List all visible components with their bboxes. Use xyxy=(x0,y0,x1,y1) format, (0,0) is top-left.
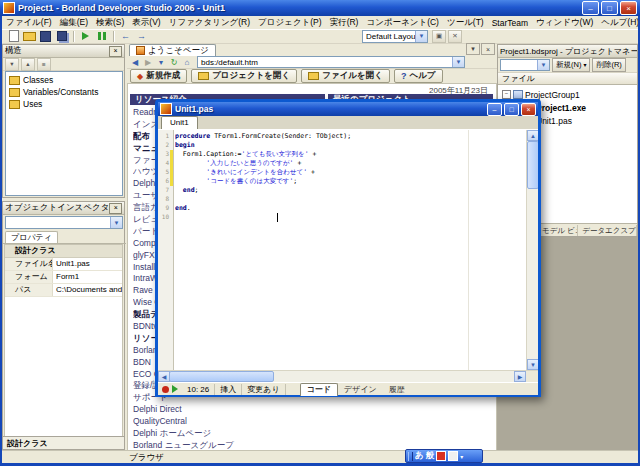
tab-unit1[interactable]: Unit1 xyxy=(161,116,198,129)
menu-item[interactable]: 検索(S) xyxy=(92,17,128,29)
refresh-icon[interactable]: ↻ xyxy=(168,57,180,68)
pm-tab[interactable]: データエクスプローラ xyxy=(578,225,637,236)
maximize-button[interactable]: □ xyxy=(504,103,519,116)
structure-tree-item[interactable]: Classes xyxy=(6,74,122,86)
minimize-button[interactable]: – xyxy=(487,103,502,116)
save-all-button[interactable] xyxy=(54,30,69,43)
help-button[interactable]: ヘルプ xyxy=(394,69,443,83)
address-combo[interactable]: bds:/default.htm ▼ xyxy=(197,56,465,68)
desktop-layout-combo[interactable]: Default Layout ▼ xyxy=(362,30,428,43)
scrollbar-thumb[interactable] xyxy=(169,371,274,382)
vertical-scrollbar[interactable]: ▲ ▼ xyxy=(526,130,538,370)
title-bar[interactable]: Project1 - Borland Developer Studio 2006… xyxy=(0,0,640,16)
close-page-icon[interactable]: × xyxy=(481,43,495,55)
structure-tree-item[interactable]: Variables/Constants xyxy=(6,86,122,98)
scroll-right-icon[interactable]: ▶ xyxy=(514,371,526,382)
menu-item[interactable]: ウィンドウ(W) xyxy=(532,17,597,29)
category-icon xyxy=(9,100,20,109)
active-project-combo[interactable]: ▼ xyxy=(500,59,550,71)
save-layout-button[interactable]: ▣ xyxy=(432,30,446,43)
menu-item[interactable]: コンポーネント(C) xyxy=(362,17,443,29)
menu-item[interactable]: StarTeam xyxy=(488,18,532,28)
close-icon[interactable]: × xyxy=(109,203,122,214)
home-icon[interactable]: ⌂ xyxy=(181,57,193,68)
new-items-button[interactable] xyxy=(6,30,21,43)
property-row[interactable]: フォームForm1 xyxy=(5,271,122,284)
horizontal-scrollbar[interactable]: ◀ ▶ xyxy=(158,370,538,382)
chevron-down-icon[interactable]: ▼ xyxy=(110,217,122,228)
menu-item[interactable]: ヘルプ(H) xyxy=(597,17,640,29)
undo-button[interactable] xyxy=(118,30,133,43)
resource-link[interactable]: QualityCentral xyxy=(133,416,323,428)
back-button[interactable]: ◀ xyxy=(129,57,141,68)
menu-item[interactable]: 表示(V) xyxy=(128,17,164,29)
redo-button[interactable] xyxy=(134,30,149,43)
menu-item[interactable]: 編集(E) xyxy=(56,17,92,29)
history-dropdown-icon[interactable]: ▾ xyxy=(155,57,167,68)
editor-title-bar[interactable]: Unit1.pas – □ × xyxy=(158,102,538,116)
browser-tab[interactable]: ブラウザ xyxy=(129,452,164,462)
inspector-header[interactable]: オブジェクトインスペクタ × xyxy=(3,202,124,215)
files-column-header[interactable]: ファイル xyxy=(498,73,637,85)
menu-item[interactable]: ファイル(F) xyxy=(2,17,56,29)
run-button[interactable] xyxy=(78,30,93,43)
drag-handle[interactable] xyxy=(408,452,413,461)
minimize-button[interactable]: – xyxy=(582,1,599,15)
resource-link[interactable]: Delphi ホームページ xyxy=(133,428,323,440)
inspector-object-combo[interactable]: ▼ xyxy=(5,216,123,229)
menu-item[interactable]: リファクタリング(R) xyxy=(165,17,254,29)
forward-button[interactable]: ▶ xyxy=(142,57,154,68)
inspector-category[interactable]: 設計クラス xyxy=(5,245,122,258)
open-file-button[interactable]: ファイルを開く xyxy=(301,69,390,83)
pause-button[interactable] xyxy=(94,30,109,43)
menu-item[interactable]: 実行(R) xyxy=(326,17,363,29)
open-project-button[interactable]: プロジェクトを開く xyxy=(191,69,297,83)
collapse-icon[interactable]: − xyxy=(502,90,511,99)
close-button[interactable]: × xyxy=(521,103,536,116)
chevron-down-icon[interactable]: ▼ xyxy=(452,57,464,67)
scrollbar-thumb[interactable] xyxy=(527,141,538,189)
ime-language-bar[interactable]: あ 般 ▾ xyxy=(405,449,483,463)
expand-all-button[interactable]: ▾ xyxy=(5,58,19,71)
property-row[interactable]: パスC:\Documents and Settings\... xyxy=(5,284,122,297)
tab-properties[interactable]: プロパティ xyxy=(5,231,58,243)
ime-pad-icon[interactable] xyxy=(448,451,458,461)
minimize-icon[interactable]: ▾ xyxy=(460,453,463,460)
save-button[interactable] xyxy=(38,30,53,43)
sort-button[interactable]: ≡ xyxy=(37,58,51,71)
tab-list-icon[interactable]: ▾ xyxy=(466,43,480,55)
modified-flag: 変更あり xyxy=(242,384,285,395)
macro-record-icon[interactable] xyxy=(162,386,169,393)
code-lines[interactable]: procedure TForm1.FormCreate(Sender: TObj… xyxy=(175,132,526,370)
structure-panel-header[interactable]: 構造 × xyxy=(3,45,124,58)
delete-layout-button[interactable]: ✕ xyxy=(448,30,462,43)
view-tab-code[interactable]: コード xyxy=(300,383,338,396)
resource-link[interactable]: Delphi Direct xyxy=(133,404,323,416)
open-project-button[interactable] xyxy=(22,30,37,43)
collapse-all-button[interactable]: ▴ xyxy=(21,58,35,71)
tab-welcome-page[interactable]: ようこそページ xyxy=(129,44,216,56)
ime-input-mode[interactable]: あ xyxy=(415,450,424,462)
editor-gutter: 12345678910 xyxy=(158,130,174,370)
property-row[interactable]: ファイル名Unit1.pas xyxy=(5,258,122,271)
close-button[interactable]: × xyxy=(620,1,637,15)
close-icon[interactable]: × xyxy=(109,46,122,57)
pm-new-button[interactable]: 新規(N) ▾ xyxy=(552,58,590,72)
macro-play-icon[interactable] xyxy=(172,385,178,393)
maximize-button[interactable]: □ xyxy=(601,1,618,15)
view-tab-history[interactable]: 履歴 xyxy=(383,384,411,396)
chevron-down-icon[interactable]: ▼ xyxy=(537,60,549,70)
new-items-button[interactable]: 新規作成 xyxy=(130,69,187,83)
menu-item[interactable]: ツール(T) xyxy=(443,17,488,29)
pm-remove-button[interactable]: 削除(R) xyxy=(592,58,625,72)
ime-tools-icon[interactable] xyxy=(436,451,446,461)
chevron-down-icon[interactable]: ▼ xyxy=(415,31,427,42)
structure-tree-item[interactable]: Uses xyxy=(6,98,122,110)
menu-item[interactable]: プロジェクト(P) xyxy=(254,17,326,29)
code-area[interactable]: 12345678910 procedure TForm1.FormCreate(… xyxy=(158,130,538,370)
pm-tab[interactable]: モデル ビュー xyxy=(538,225,578,236)
view-tab-design[interactable]: デザイン xyxy=(338,384,383,396)
ime-conversion-mode[interactable]: 般 xyxy=(426,450,435,462)
scroll-down-icon[interactable]: ▼ xyxy=(527,359,538,370)
scroll-up-icon[interactable]: ▲ xyxy=(527,130,538,141)
